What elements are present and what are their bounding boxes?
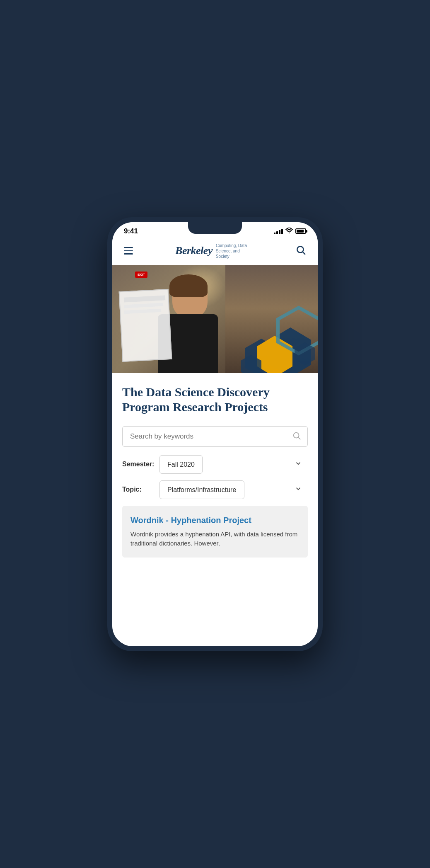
header-search-button[interactable] <box>294 243 308 259</box>
semester-select[interactable]: Fall 2020 <box>159 455 203 474</box>
logo: Berkeley Computing, Data Science, and So… <box>175 243 253 259</box>
notch <box>188 222 242 234</box>
svg-line-2 <box>303 252 305 255</box>
phone-frame: 9:41 <box>107 217 323 651</box>
search-input[interactable] <box>122 426 308 447</box>
menu-button[interactable] <box>122 245 135 256</box>
hero-image: EXIT <box>112 265 318 373</box>
semester-chevron-icon <box>295 460 302 469</box>
status-time: 9:41 <box>124 227 138 235</box>
topic-label: Topic: <box>122 486 159 493</box>
battery-icon <box>295 228 306 234</box>
header-nav: Berkeley Computing, Data Science, and So… <box>112 239 318 265</box>
logo-name: Berkeley <box>175 245 213 257</box>
signal-icon <box>274 228 283 234</box>
wifi-icon <box>285 228 293 235</box>
topic-chevron-icon <box>295 485 302 494</box>
result-title[interactable]: Wordnik - Hyphenation Project <box>130 515 300 526</box>
result-description: Wordnik provides a hyphenation API, with… <box>130 530 300 548</box>
svg-point-1 <box>297 246 303 252</box>
svg-point-0 <box>289 233 290 233</box>
semester-label: Semester: <box>122 461 159 468</box>
search-field-container <box>122 426 308 447</box>
topic-filter-row: Topic: Platforms/Infrastructure <box>122 480 308 499</box>
status-icons <box>274 228 306 235</box>
search-field-wrapper <box>122 426 308 447</box>
semester-select-wrapper: Fall 2020 <box>159 455 308 474</box>
page-title: The Data Science Discovery Program Resea… <box>122 385 308 415</box>
phone-screen: 9:41 <box>112 222 318 646</box>
topic-select[interactable]: Platforms/Infrastructure <box>159 480 244 499</box>
main-content: The Data Science Discovery Program Resea… <box>112 373 318 646</box>
result-card: Wordnik - Hyphenation Project Wordnik pr… <box>122 506 308 558</box>
logo-subtitle: Computing, Data Science, and Society <box>216 243 253 259</box>
hex-overlay <box>112 265 318 373</box>
semester-filter-row: Semester: Fall 2020 <box>122 455 308 474</box>
topic-select-wrapper: Platforms/Infrastructure <box>159 480 308 499</box>
